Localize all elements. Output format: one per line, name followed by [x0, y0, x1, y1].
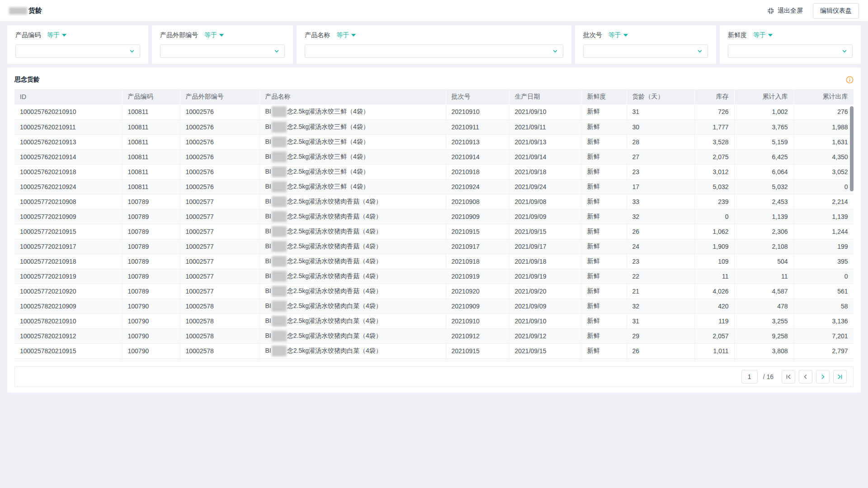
cell-age-days: 17: [627, 179, 694, 194]
filter-operator-dropdown[interactable]: 等于: [204, 31, 224, 39]
col-header-stock: 库存: [694, 89, 734, 104]
cell-freshness: 新鲜: [581, 224, 627, 239]
cell-stock: 239: [694, 194, 734, 209]
cell-id: 1000257720210908: [14, 194, 122, 209]
cell-age-days: 32: [627, 209, 694, 224]
col-header-id: ID: [14, 89, 122, 104]
cell-freshness: 新鲜: [581, 239, 627, 254]
next-page-button[interactable]: [816, 370, 830, 384]
cell-product-code: 100789: [122, 284, 180, 298]
page-number-input[interactable]: [741, 370, 758, 384]
product-name-prefix: BI: [265, 332, 271, 339]
product-name-suffix: 念2.5kg灌汤水饺猪肉香菇（4袋）: [287, 242, 382, 249]
table-row: 100025772021090810078910002577BI念2.5kg灌汤…: [14, 194, 854, 209]
cell-stock: 11: [694, 269, 734, 284]
cell-empty: [694, 358, 734, 362]
table-row: 100025782021090910079010002578BI念2.5kg灌汤…: [14, 298, 854, 313]
cell-product-code: 100811: [122, 119, 180, 134]
cell-stock: 109: [694, 254, 734, 269]
goods-age-card: 思念货龄 ID 产品编码: [7, 67, 861, 393]
cell-total-out: 4,350: [793, 149, 854, 164]
cell-total-in: 4,587: [734, 284, 793, 298]
redaction-blur: [272, 106, 287, 117]
cell-external-code: 10002577: [180, 284, 259, 298]
cell-product-code: 100790: [122, 328, 180, 343]
freshness-select[interactable]: [728, 44, 853, 58]
product-code-select[interactable]: [15, 44, 140, 58]
product-name-suffix: 念2.5kg灌汤水饺猪肉香菇（4袋）: [287, 272, 382, 279]
cell-batch-no: 20210919: [446, 269, 509, 284]
cell-total-in: 504: [734, 254, 793, 269]
product-name-suffix: 念2.5kg灌汤水饺三鲜（4袋）: [287, 137, 369, 145]
prev-page-button[interactable]: [799, 370, 812, 384]
cell-total-in: 3,765: [734, 119, 793, 134]
cell-total-in: 6,425: [734, 149, 793, 164]
card-title: 思念货龄: [14, 76, 40, 84]
product-name-suffix: 念2.5kg灌汤水饺三鲜（4袋）: [287, 123, 369, 130]
cell-production-date: 2021/09/08: [509, 194, 581, 209]
cell-external-code: 10002577: [180, 254, 259, 269]
cell-production-date: 2021/09/20: [509, 284, 581, 298]
cell-batch-no: 20210918: [446, 254, 509, 269]
cell-product-name: BI念2.5kg灌汤水饺三鲜（4袋）: [259, 119, 446, 134]
cell-id: 1000257720210919: [14, 269, 122, 284]
cell-product-code: 100789: [122, 239, 180, 254]
filter-operator-dropdown[interactable]: 等于: [336, 31, 356, 39]
product-name-prefix: BI: [265, 302, 271, 309]
cell-external-code: 10002578: [180, 343, 259, 358]
first-page-button[interactable]: [782, 370, 795, 384]
cell-freshness: 新鲜: [581, 134, 627, 149]
cell-production-date: 2021/09/10: [509, 313, 581, 328]
cell-freshness: 新鲜: [581, 269, 627, 284]
filter-operator-dropdown[interactable]: 等于: [753, 31, 773, 39]
cell-freshness: 新鲜: [581, 119, 627, 134]
product-name-select[interactable]: [305, 44, 563, 58]
info-icon[interactable]: [846, 76, 854, 84]
vertical-scrollbar-thumb[interactable]: [850, 106, 854, 191]
product-name-prefix: BI: [265, 227, 271, 234]
cell-batch-no: 20210910: [446, 313, 509, 328]
cell-external-code: 10002578: [180, 313, 259, 328]
filter-operator-dropdown[interactable]: 等于: [609, 31, 628, 39]
filter-row: 产品编码 等于 产品外部编号 等于: [7, 25, 861, 64]
external-code-select[interactable]: [160, 44, 285, 58]
cell-freshness: 新鲜: [581, 328, 627, 343]
cell-product-name: BI念2.5kg灌汤水饺三鲜（4袋）: [259, 179, 446, 194]
filter-operator-dropdown[interactable]: 等于: [47, 31, 66, 39]
product-name-suffix: 念2.5kg灌汤水饺猪肉香菇（4袋）: [287, 212, 382, 219]
cell-age-days: 31: [627, 104, 694, 119]
cell-freshness: 新鲜: [581, 104, 627, 119]
cell-batch-no: 20210909: [446, 298, 509, 313]
redaction-blur: [272, 346, 287, 356]
batch-no-select[interactable]: [583, 44, 708, 58]
redaction-blur: [272, 241, 287, 252]
exit-fullscreen-button[interactable]: 退出全屏: [767, 7, 803, 15]
cell-empty: [627, 358, 694, 362]
cell-product-code: 100811: [122, 134, 180, 149]
cell-batch-no: 20210911: [446, 119, 509, 134]
table-row-partial: [14, 358, 854, 362]
edit-dashboard-button[interactable]: 编辑仪表盘: [813, 3, 859, 19]
cell-batch-no: 20210920: [446, 284, 509, 298]
cell-product-code: 100789: [122, 254, 180, 269]
exit-fullscreen-icon: [767, 7, 774, 14]
cell-product-code: 100789: [122, 209, 180, 224]
cell-total-out: 0: [793, 179, 854, 194]
product-name-suffix: 念2.5kg灌汤水饺猪肉香菇（4袋）: [287, 287, 382, 294]
last-page-button[interactable]: [833, 370, 847, 384]
cell-total-in: 11: [734, 269, 793, 284]
filter-label: 批次号: [583, 31, 602, 39]
cell-product-name: BI念2.5kg灌汤水饺猪肉香菇（4袋）: [259, 224, 446, 239]
table-row: 100025772021092010078910002577BI念2.5kg灌汤…: [14, 284, 854, 298]
cell-external-code: 10002576: [180, 179, 259, 194]
cell-stock: 4,026: [694, 284, 734, 298]
cell-total-out: 561: [793, 284, 854, 298]
product-name-suffix: 念2.5kg灌汤水饺猪肉白菜（4袋）: [287, 302, 382, 309]
cell-production-date: 2021/09/09: [509, 209, 581, 224]
cell-product-name: BI念2.5kg灌汤水饺三鲜（4袋）: [259, 164, 446, 179]
filter-label: 产品编码: [15, 31, 41, 39]
product-name-suffix: 念2.5kg灌汤水饺猪肉白菜（4袋）: [287, 317, 382, 324]
cell-age-days: 29: [627, 328, 694, 343]
product-name-suffix: 念2.5kg灌汤水饺三鲜（4袋）: [287, 182, 369, 190]
cell-stock: 3,528: [694, 134, 734, 149]
